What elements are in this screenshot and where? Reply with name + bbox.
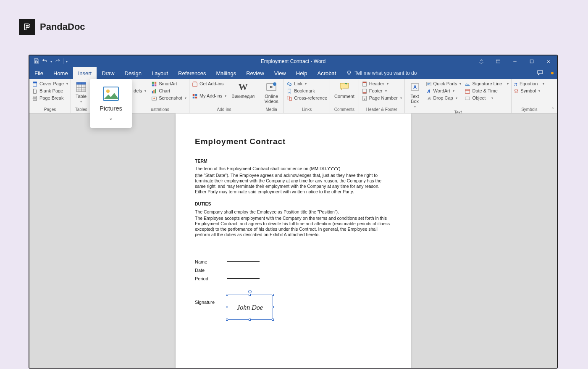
svg-rect-1	[530, 60, 533, 63]
svg-rect-6	[76, 82, 86, 84]
table-button[interactable]: Table ▾	[74, 80, 89, 104]
svg-rect-18	[195, 94, 197, 95]
signature-label: Signature	[195, 300, 219, 305]
svg-rect-19	[193, 96, 194, 98]
wordart-button[interactable]: A WordArt▾	[426, 87, 462, 95]
pictures-dropdown[interactable]: Pictures ⌄	[90, 79, 132, 128]
footer-button[interactable]: Footer▾	[362, 87, 402, 95]
redo-icon[interactable]	[55, 58, 60, 65]
store-icon	[192, 81, 198, 87]
svg-rect-0	[496, 60, 500, 63]
ribbon-group-comments: Comment Comments	[330, 79, 359, 113]
resize-handle[interactable]	[226, 294, 228, 296]
page-number-button[interactable]: # Page Number▾	[362, 95, 402, 102]
save-icon[interactable]	[34, 58, 39, 65]
ribbon-options-icon[interactable]	[490, 55, 507, 67]
touch-mode-icon[interactable]	[473, 55, 490, 67]
svg-text:A: A	[427, 88, 430, 93]
chart-button[interactable]: Chart	[151, 87, 186, 95]
get-addins-button[interactable]: Get Add-ins	[192, 80, 226, 87]
drop-cap-button[interactable]: A Drop Cap▾	[426, 95, 462, 102]
tab-acrobat[interactable]: Acrobat	[312, 67, 341, 79]
bookmark-icon	[286, 88, 292, 94]
resize-handle[interactable]	[272, 306, 274, 308]
cross-reference-button[interactable]: Cross-reference	[286, 95, 327, 102]
blank-page-button[interactable]: Blank Page	[32, 87, 68, 95]
document-page[interactable]: Employment Contract TERM The term of thi…	[176, 113, 411, 368]
tab-mailings[interactable]: Mailings	[211, 67, 242, 79]
minimize-button[interactable]	[507, 55, 523, 67]
maximize-button[interactable]	[523, 55, 540, 67]
symbol-button[interactable]: Ω Symbol▾	[514, 87, 544, 95]
text-box-icon: A	[410, 82, 420, 92]
tell-me-search[interactable]: Tell me what you want to do	[346, 67, 417, 79]
resize-handle[interactable]	[249, 294, 251, 296]
svg-rect-7	[152, 82, 154, 83]
resize-handle[interactable]	[226, 319, 228, 321]
models-button-partial[interactable]: dels▾	[134, 87, 146, 95]
my-addins-button[interactable]: My Add-ins▾	[192, 92, 226, 100]
tab-file[interactable]: File	[29, 67, 48, 79]
svg-rect-8	[155, 82, 156, 83]
comment-button[interactable]: Comment	[333, 80, 356, 100]
tab-review[interactable]: Review	[241, 67, 269, 79]
svg-point-39	[106, 90, 110, 93]
wikipedia-button[interactable]: W Википедия	[230, 80, 256, 100]
tab-insert[interactable]: Insert	[73, 67, 97, 79]
tab-layout[interactable]: Layout	[147, 67, 173, 79]
online-videos-button[interactable]: Online Videos	[262, 80, 281, 105]
svg-point-2	[348, 71, 351, 74]
resize-handle[interactable]	[272, 294, 274, 296]
svg-rect-11	[152, 91, 153, 93]
svg-rect-23	[287, 96, 289, 99]
ribbon-group-pages: Cover Page▾ Blank Page Page Break Pages	[29, 79, 71, 113]
doc-paragraph: The term of this Employment Contract sha…	[195, 166, 391, 171]
menubar: File Home Insert Draw Design Layout Refe…	[29, 67, 557, 79]
field-row-date: Date	[195, 266, 391, 274]
tab-draw[interactable]: Draw	[97, 67, 119, 79]
tab-help[interactable]: Help	[291, 67, 312, 79]
notification-dot-icon[interactable]	[551, 72, 554, 74]
undo-icon[interactable]	[42, 58, 48, 65]
resize-handle[interactable]	[272, 319, 274, 321]
close-button[interactable]	[540, 55, 557, 67]
tab-view[interactable]: View	[269, 67, 291, 79]
svg-rect-24	[289, 98, 291, 100]
drop-cap-icon: A	[426, 95, 432, 101]
object-button[interactable]: Object▾	[465, 95, 509, 102]
undo-dropdown-icon[interactable]: ▾	[50, 60, 52, 63]
signature-line-button[interactable]: Signature Line▾	[465, 80, 509, 87]
ribbon-group-media: Online Videos Media	[259, 79, 284, 113]
header-button[interactable]: Header▾	[362, 80, 402, 87]
equation-button[interactable]: π Equation▾	[514, 80, 544, 87]
rotate-handle-icon[interactable]	[248, 290, 252, 293]
wordart-icon: A	[426, 88, 432, 94]
tab-home[interactable]: Home	[48, 67, 73, 79]
footer-icon	[362, 88, 368, 94]
text-box-button[interactable]: A Text Box ▾	[407, 80, 423, 109]
page-break-button[interactable]: Page Break	[32, 95, 68, 102]
lightbulb-icon	[346, 70, 352, 76]
screenshot-button[interactable]: Screenshot▾	[151, 95, 186, 102]
resize-handle[interactable]	[249, 319, 251, 321]
date-time-button[interactable]: Date & Time	[465, 87, 509, 95]
pictures-label: Pictures	[100, 105, 122, 112]
document-canvas[interactable]: Employment Contract TERM The term of thi…	[29, 113, 557, 368]
comments-pane-icon[interactable]	[537, 69, 543, 77]
cover-page-icon	[32, 81, 38, 87]
smartart-button[interactable]: SmartArt	[151, 80, 186, 87]
bookmark-button[interactable]: Bookmark	[286, 87, 327, 95]
tab-references[interactable]: References	[173, 67, 211, 79]
ribbon-group-links: Link▾ Bookmark Cross-reference Links	[284, 79, 330, 113]
quick-parts-button[interactable]: Quick Parts▾	[426, 80, 462, 87]
svg-rect-37	[465, 97, 470, 100]
cover-page-button[interactable]: Cover Page▾	[32, 80, 68, 87]
doc-paragraph: The Employee accepts employment with the…	[195, 216, 391, 238]
qat-customize-icon[interactable]: ▾	[66, 60, 68, 63]
signature-image-box[interactable]: John Doe	[227, 295, 273, 320]
link-button[interactable]: Link▾	[286, 80, 327, 87]
tab-design[interactable]: Design	[120, 67, 147, 79]
chart-icon	[151, 88, 157, 94]
collapse-ribbon-icon[interactable]: ⌃	[551, 107, 554, 111]
resize-handle[interactable]	[226, 306, 228, 308]
